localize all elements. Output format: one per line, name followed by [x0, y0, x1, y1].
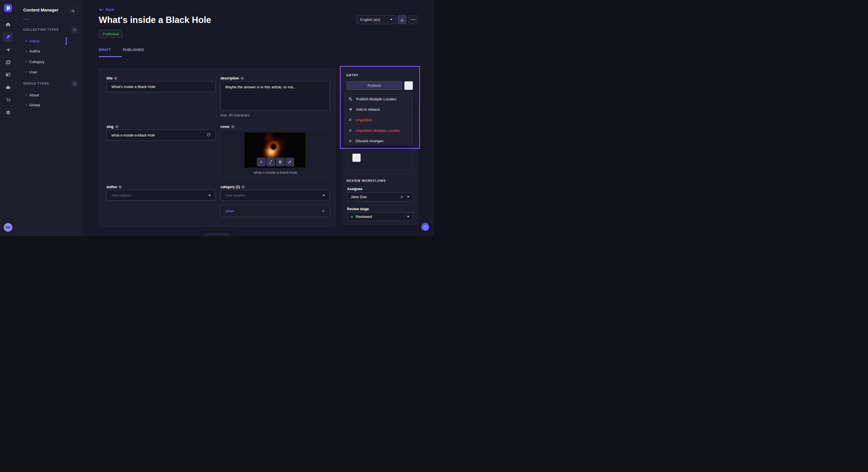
schedule-box: [347, 145, 413, 170]
search-icon: [71, 9, 75, 13]
menu-item-add-to-release[interactable]: Add to release: [344, 104, 413, 115]
cloud-icon[interactable]: [3, 82, 13, 93]
more-actions-button[interactable]: [409, 15, 417, 24]
description-field-label: description: [220, 76, 244, 80]
globe-icon: [231, 125, 235, 129]
ellipsis-icon: [411, 19, 415, 20]
entry-more-button[interactable]: [404, 81, 413, 90]
assignee-label: Assignee: [347, 187, 362, 191]
chevron-down-icon: [407, 216, 409, 217]
locale-select[interactable]: English (en): [356, 15, 396, 24]
plus-icon: [259, 160, 263, 164]
marketplace-icon[interactable]: [3, 95, 13, 105]
home-icon[interactable]: [3, 19, 13, 30]
bullet-icon: [26, 71, 27, 72]
trash-icon: [278, 160, 282, 164]
arrow-left-icon: [99, 8, 104, 11]
review-workflows-heading: REVIEW WORKFLOWS: [346, 179, 386, 182]
cover-filename: what-s-inside-a-black-hole: [221, 170, 330, 175]
stage-status-dot: [351, 216, 353, 218]
page-title: What's inside a Black Hole: [99, 15, 211, 25]
publish-button[interactable]: Publish: [346, 81, 402, 90]
chevron-down-icon: [390, 19, 392, 20]
strapi-logo-icon[interactable]: [4, 4, 12, 12]
sidebar-divider: [23, 19, 30, 20]
sidebar-item-about[interactable]: About: [16, 91, 83, 99]
bullet-icon: [26, 40, 27, 42]
sidebar-item-global[interactable]: Global: [16, 101, 83, 109]
question-mark-icon: ?: [423, 225, 428, 229]
category-field-label: category (1): [220, 185, 245, 189]
sidebar-item-user[interactable]: User: [16, 68, 83, 76]
sidebar-title: Content Manager: [23, 7, 59, 12]
assignee-combobox[interactable]: Jane Doe ✕: [347, 193, 413, 201]
download-button[interactable]: [398, 15, 406, 24]
clear-assignee-icon[interactable]: ✕: [400, 195, 404, 199]
cover-field: what-s-inside-a-black-hole: [220, 130, 330, 176]
delete-asset-button[interactable]: [276, 158, 284, 166]
download-icon: [400, 18, 404, 22]
edit-form-card: title description Maybe the answer is in…: [99, 68, 336, 227]
title-input[interactable]: [106, 81, 216, 92]
sidebar-item-category[interactable]: Category: [16, 57, 83, 66]
edit-asset-button[interactable]: [285, 158, 294, 166]
section-collection-types: COLLECTION TYPES: [23, 28, 59, 31]
ellipsis-icon: [354, 158, 359, 158]
tab-draft[interactable]: DRAFT: [99, 48, 111, 52]
cross-icon: [348, 129, 352, 133]
bullet-icon: [26, 104, 27, 105]
slug-input[interactable]: what-s-inside-a-black-hole: [106, 130, 216, 140]
menu-item-unpublish[interactable]: Unpublish: [344, 115, 413, 125]
menu-item-unpublish-multiple-locales[interactable]: Unpublish Multiple Locales: [344, 125, 413, 136]
pencil-icon: [288, 160, 291, 164]
bullet-icon: [26, 61, 27, 62]
media-library-icon[interactable]: [3, 57, 13, 67]
status-badge: Published: [99, 30, 122, 38]
review-stage-label: Review stage: [347, 207, 369, 211]
author-field-label: author: [106, 185, 122, 189]
content-manager-icon[interactable]: [3, 32, 13, 42]
sidebar: Content Manager COLLECTION TYPES 4 Artic…: [16, 0, 83, 236]
cover-actions: [257, 158, 294, 166]
add-asset-button[interactable]: [257, 158, 266, 166]
content-type-builder-icon[interactable]: [3, 69, 13, 80]
menu-item-discard-changes[interactable]: Discard changes: [344, 136, 413, 146]
menu-item-publish-multiple-locales[interactable]: Publish Multiple Locales: [344, 94, 413, 104]
review-stage-select[interactable]: Reviewed: [347, 212, 413, 221]
globe-icon: [241, 76, 244, 80]
remove-relation-icon[interactable]: ✕: [322, 209, 325, 213]
help-button[interactable]: ?: [421, 223, 430, 232]
sidebar-item-author[interactable]: Author: [16, 47, 83, 55]
paper-plane-icon: [348, 107, 352, 111]
entry-actions-menu: Publish Multiple Locales Add to release …: [344, 92, 413, 145]
strapi-admin: KD Content Manager COLLECTION TYPES 4 Ar…: [0, 0, 434, 236]
back-link[interactable]: Back: [99, 7, 114, 12]
slug-field-label: slug: [106, 125, 119, 129]
search-button[interactable]: [69, 7, 77, 15]
schedule-more-button[interactable]: [352, 154, 361, 162]
copy-link-button[interactable]: [267, 158, 275, 166]
sidebar-item-article[interactable]: Article: [16, 37, 83, 45]
regenerate-icon[interactable]: [207, 133, 211, 137]
cross-icon: [348, 118, 352, 122]
rail-divider: [0, 217, 16, 217]
globe-icon: [114, 76, 117, 80]
releases-icon[interactable]: [3, 45, 13, 55]
icon-rail: KD: [0, 0, 16, 236]
description-textarea[interactable]: Maybe the answer is in this article, or …: [220, 81, 330, 111]
relation-link-news[interactable]: news: [225, 209, 234, 213]
tab-published[interactable]: PUBLISHED: [123, 48, 144, 52]
author-relation-select[interactable]: Add relation: [106, 190, 216, 201]
globe-icon: [119, 185, 122, 189]
collection-types-count-badge: 4: [71, 27, 78, 33]
chevron-down-icon: [407, 196, 409, 198]
single-types-count-badge: 2: [71, 81, 78, 87]
user-avatar[interactable]: KD: [4, 223, 12, 232]
cross-icon: [348, 139, 352, 143]
bullet-icon: [26, 50, 27, 52]
active-tab-underline: [99, 56, 122, 57]
category-relation-select[interactable]: Add relation: [220, 190, 330, 201]
globe-icon: [115, 125, 119, 129]
settings-icon[interactable]: [3, 107, 13, 117]
active-item-indicator: [66, 37, 67, 45]
